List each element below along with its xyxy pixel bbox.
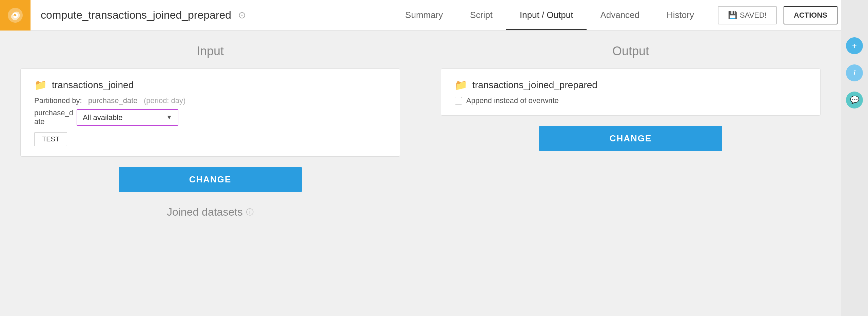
main-nav: Summary Script Input / Output Advanced H… xyxy=(392,0,708,30)
tab-history[interactable]: History xyxy=(653,0,708,30)
actions-button[interactable]: ACTIONS xyxy=(784,6,837,24)
tab-input-output[interactable]: Input / Output xyxy=(506,0,587,30)
folder-icon: 📁 xyxy=(34,79,47,91)
test-button[interactable]: TEST xyxy=(34,132,67,146)
page-title: compute_transactions_joined_prepared xyxy=(41,9,231,21)
append-row: Append instead of overwrite xyxy=(455,96,807,105)
chat-icon: 💬 xyxy=(850,96,859,104)
input-dataset-name: transactions_joined xyxy=(52,80,134,91)
help-circle-icon[interactable]: ⊙ xyxy=(238,9,246,21)
input-panel: Input 📁 transactions_joined Partitioned … xyxy=(0,31,420,316)
joined-datasets-label: Joined datasets xyxy=(167,206,243,218)
sidebar-chat-button[interactable]: 💬 xyxy=(846,92,863,108)
input-section-title: Input xyxy=(20,44,400,58)
header: compute_transactions_joined_prepared ⊙ S… xyxy=(0,0,868,31)
save-icon: 💾 xyxy=(728,11,737,20)
saved-button[interactable]: 💾 SAVED! xyxy=(718,6,777,24)
tab-summary[interactable]: Summary xyxy=(392,0,456,30)
input-dataset-name-row: 📁 transactions_joined xyxy=(34,79,386,91)
partition-select[interactable]: All available Last 1 Last 7 Last 30 Cust… xyxy=(83,113,162,122)
partition-dropdown[interactable]: All available Last 1 Last 7 Last 30 Cust… xyxy=(77,109,178,126)
output-dataset-card: 📁 transactions_joined_prepared Append in… xyxy=(441,68,821,116)
sidebar-info-button[interactable]: i xyxy=(846,64,863,81)
tab-advanced[interactable]: Advanced xyxy=(587,0,653,30)
right-sidebar: + i 💬 xyxy=(841,0,868,316)
main-content: Input 📁 transactions_joined Partitioned … xyxy=(0,31,868,316)
output-panel: Output 📁 transactions_joined_prepared Ap… xyxy=(420,31,841,316)
output-change-button[interactable]: CHANGE xyxy=(539,126,722,151)
period-label: (period: day) xyxy=(144,96,186,105)
append-checkbox[interactable] xyxy=(455,97,462,104)
partition-field-row: purchase_d ate All available Last 1 Last… xyxy=(34,108,386,126)
input-change-button[interactable]: CHANGE xyxy=(119,167,302,192)
info-icon: i xyxy=(853,69,855,77)
sidebar-plus-button[interactable]: + xyxy=(846,37,863,54)
header-actions: 💾 SAVED! ACTIONS xyxy=(708,6,848,24)
output-folder-icon: 📁 xyxy=(455,79,467,91)
partitioned-by-value: purchase_date xyxy=(88,96,138,105)
tab-script[interactable]: Script xyxy=(456,0,506,30)
partition-field-label: purchase_d ate xyxy=(34,108,73,126)
output-dataset-name-row: 📁 transactions_joined_prepared xyxy=(455,79,807,91)
partition-row: Partitioned by: purchase_date (period: d… xyxy=(34,96,386,105)
input-dataset-card: 📁 transactions_joined Partitioned by: pu… xyxy=(20,68,400,157)
append-label: Append instead of overwrite xyxy=(466,96,559,105)
joined-datasets-section: Joined datasets ⓘ xyxy=(167,206,254,218)
dropdown-arrow-icon: ▼ xyxy=(166,114,172,121)
plus-icon: + xyxy=(852,41,857,51)
output-section-title: Output xyxy=(441,44,821,58)
output-dataset-name: transactions_joined_prepared xyxy=(472,80,597,91)
partitioned-by-label: Partitioned by: xyxy=(34,96,82,105)
app-logo[interactable] xyxy=(0,0,31,31)
info-circle-icon[interactable]: ⓘ xyxy=(246,207,254,217)
